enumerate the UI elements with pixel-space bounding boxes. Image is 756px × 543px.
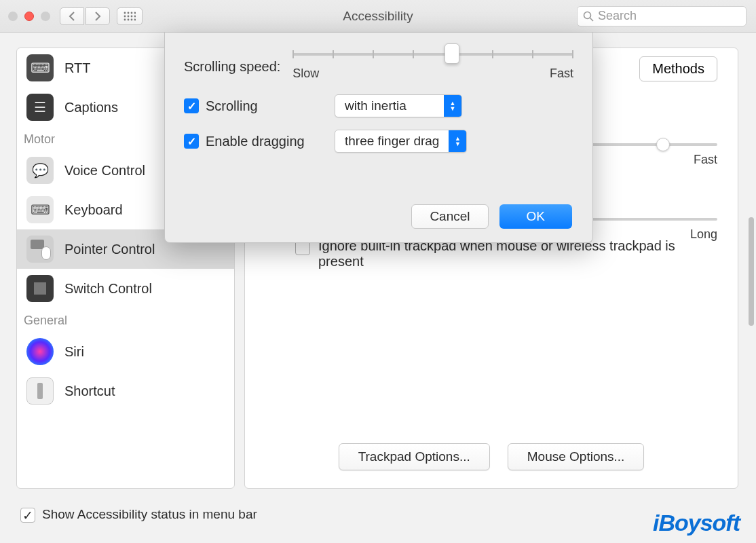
nav-buttons xyxy=(60,7,110,25)
svg-point-6 xyxy=(131,15,133,17)
sidebar-item-label: Pointer Control xyxy=(64,242,155,257)
mouse-options-button[interactable]: Mouse Options... xyxy=(508,443,645,470)
show-accessibility-status-checkbox[interactable]: ✓ xyxy=(20,508,35,523)
rtt-icon: ⌨ xyxy=(26,54,54,81)
trackpad-options-sheet: Scrolling speed: Slow Fast ✓ Scrolling w… xyxy=(164,33,593,243)
sidebar-item-label: Switch Control xyxy=(64,281,152,297)
pointer-control-icon xyxy=(26,236,54,263)
window-title: Accessibility xyxy=(343,9,413,24)
cancel-button[interactable]: Cancel xyxy=(411,204,488,229)
svg-point-4 xyxy=(124,15,126,17)
trackpad-options-button[interactable]: Trackpad Options... xyxy=(339,443,490,470)
fast-label: Fast xyxy=(550,67,573,81)
sidebar-item-label: Keyboard xyxy=(64,202,123,218)
sidebar-item-label: RTT xyxy=(64,60,91,76)
watermark: iBoysoft xyxy=(653,510,740,536)
tab-methods[interactable]: Methods xyxy=(639,56,717,81)
close-window-button[interactable] xyxy=(8,12,18,21)
svg-point-12 xyxy=(584,12,591,18)
svg-point-8 xyxy=(124,18,126,20)
svg-point-1 xyxy=(128,12,130,14)
svg-point-9 xyxy=(128,18,130,20)
scrolling-mode-popup[interactable]: with inertia ▲▼ xyxy=(335,94,462,117)
captions-icon: ☰ xyxy=(26,94,54,121)
chevron-updown-icon: ▲▼ xyxy=(444,95,461,117)
titlebar: Accessibility Search xyxy=(0,0,756,33)
svg-point-7 xyxy=(134,15,136,17)
sidebar-section-general: General xyxy=(17,308,234,332)
sidebar-item-label: Siri xyxy=(64,344,84,360)
search-field[interactable]: Search xyxy=(577,6,746,26)
shortcut-icon xyxy=(26,377,54,405)
enable-dragging-checkbox[interactable]: ✓ xyxy=(184,134,199,149)
sidebar-scrollbar[interactable] xyxy=(748,48,755,482)
scrolling-speed-slider[interactable] xyxy=(292,53,573,56)
sidebar-item-label: Captions xyxy=(64,100,118,115)
minimize-window-button[interactable] xyxy=(24,12,34,21)
search-icon xyxy=(583,11,594,22)
zoom-window-button[interactable] xyxy=(41,12,50,21)
enable-dragging-label: Enable dragging xyxy=(206,134,328,149)
slow-label: Slow xyxy=(292,67,319,81)
ok-button[interactable]: OK xyxy=(499,204,572,229)
siri-icon xyxy=(26,338,54,365)
svg-point-11 xyxy=(134,18,136,20)
svg-point-0 xyxy=(124,12,126,14)
sidebar-item-label: Shortcut xyxy=(64,383,115,399)
svg-point-5 xyxy=(128,15,130,17)
voice-control-icon: 💬 xyxy=(26,157,54,184)
chevron-updown-icon: ▲▼ xyxy=(449,130,466,152)
traffic-lights xyxy=(8,12,50,21)
sidebar-item-switch-control[interactable]: Switch Control xyxy=(17,269,234,308)
scrolling-speed-label: Scrolling speed: xyxy=(184,59,280,75)
search-placeholder: Search xyxy=(598,9,637,23)
show-all-button[interactable] xyxy=(117,7,143,25)
back-button[interactable] xyxy=(60,7,84,25)
dragging-mode-popup[interactable]: three finger drag ▲▼ xyxy=(335,130,467,153)
sidebar-item-shortcut[interactable]: Shortcut xyxy=(17,371,234,411)
scrolling-checkbox[interactable]: ✓ xyxy=(184,98,199,113)
forward-button[interactable] xyxy=(86,7,110,25)
svg-point-3 xyxy=(134,12,136,14)
show-accessibility-status-label: Show Accessibility status in menu bar xyxy=(42,507,257,522)
svg-line-13 xyxy=(590,18,594,21)
keyboard-icon: ⌨ xyxy=(26,196,54,223)
svg-point-2 xyxy=(131,12,133,14)
sidebar-item-label: Voice Control xyxy=(64,163,145,179)
scrolling-label: Scrolling xyxy=(206,98,328,114)
show-accessibility-status-row: ✓ Show Accessibility status in menu bar xyxy=(20,506,257,523)
svg-point-10 xyxy=(131,18,133,20)
sidebar-item-siri[interactable]: Siri xyxy=(17,332,234,371)
switch-control-icon xyxy=(26,275,54,302)
